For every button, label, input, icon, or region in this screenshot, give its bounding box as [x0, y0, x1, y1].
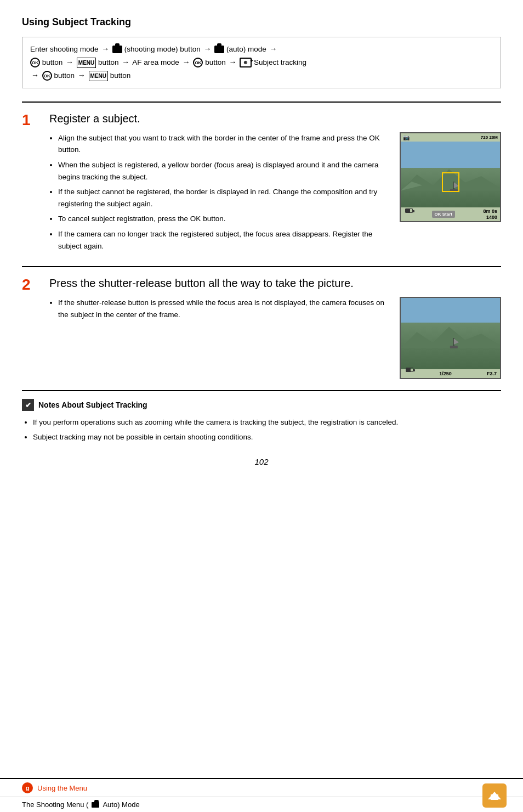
step-1-bullet-4: To cancel subject registration, press th…	[58, 213, 389, 225]
lcd2-aperture: F3.7	[487, 371, 497, 376]
boat-2	[444, 337, 459, 354]
step-1-bullet-2: When the subject is registered, a yellow…	[58, 159, 389, 183]
footer-menu-icon: g	[22, 782, 33, 793]
step-1-title: Register a subject.	[49, 111, 501, 126]
home-arrow-icon	[488, 792, 501, 799]
page-number: 102	[22, 446, 501, 472]
menu-icon-2: MENU	[89, 71, 108, 81]
tracking-icon: ⊕	[240, 58, 252, 67]
footer-camera-icon	[92, 802, 99, 808]
page-content: Using Subject Tracking Enter shooting mo…	[0, 0, 523, 516]
page-footer: g Using the Menu The Shooting Menu ( Aut…	[0, 778, 523, 812]
step-1-content: Register a subject. Align the subject th…	[49, 111, 501, 255]
arrow-5: →	[122, 56, 129, 69]
lcd1-ok-start: OK Start	[432, 211, 455, 218]
step-1-body: Align the subject that you want to track…	[49, 132, 501, 255]
camera-icon-1	[112, 46, 122, 53]
notes-header: ✔ Notes About Subject Tracking	[22, 399, 501, 411]
footer-top: g Using the Menu	[0, 779, 523, 797]
step-2-body: If the shutter-release button is pressed…	[49, 297, 501, 379]
lcd1-bottom-right: 8m 0s 1400	[483, 208, 497, 221]
arrow-2: →	[203, 43, 211, 56]
footer-link[interactable]: Using the Menu	[37, 784, 87, 792]
step-2-bullets: If the shutter-release button is pressed…	[49, 297, 389, 320]
page-title: Using Subject Tracking	[22, 16, 501, 28]
lcd-scene-1	[401, 142, 500, 207]
camera-icon-2	[214, 46, 224, 53]
step-1-bullets: Align the subject that you want to track…	[49, 132, 389, 252]
footer-bottom: The Shooting Menu ( Auto) Mode	[0, 797, 523, 812]
lcd1-bottom-bar: OK Start 8m 0s 1400	[401, 207, 500, 222]
svg-marker-8	[453, 339, 458, 345]
arrow-1: →	[101, 43, 109, 56]
navigation-box: Enter shooting mode → (shooting mode) bu…	[22, 37, 501, 88]
arrow-6: →	[183, 56, 190, 69]
step-1-bullet-3: If the subject cannot be registered, the…	[58, 186, 389, 210]
step-1-text: Align the subject that you want to track…	[49, 132, 389, 255]
lcd-scene-2	[401, 298, 500, 369]
lcd1-battery-fill	[406, 209, 410, 212]
step-2-text: If the shutter-release button is pressed…	[49, 297, 389, 324]
ok-icon-1: OK	[30, 58, 40, 67]
notes-checkmark-icon: ✔	[22, 399, 34, 411]
notes-title: Notes About Subject Tracking	[38, 401, 147, 409]
lcd-screen-1: 📷 720 20M	[401, 133, 500, 222]
notes-section: ✔ Notes About Subject Tracking If you pe…	[22, 390, 501, 444]
camera-lcd-1: 📷 720 20M	[400, 132, 501, 223]
tracking-box-1	[442, 172, 459, 192]
footer-home-button[interactable]	[482, 783, 507, 808]
camera-lcd-2: 1/250 F3.7	[400, 297, 501, 379]
step-2-section: 2 Press the shutter-release button all t…	[22, 266, 501, 379]
lcd1-shots: 1400	[483, 215, 497, 221]
lcd2-battery-fill	[406, 368, 411, 371]
footer-mode-text: Auto) Mode	[103, 800, 139, 809]
lcd2-battery	[406, 368, 413, 372]
svg-rect-6	[450, 346, 457, 348]
step-2-title: Press the shutter-release button all the…	[49, 276, 501, 290]
step-2-bullet-1: If the shutter-release button is pressed…	[58, 297, 389, 320]
step-2-number: 2	[22, 276, 49, 379]
lcd1-battery	[405, 208, 413, 213]
lcd2-shutter: 1/250	[439, 371, 452, 376]
step-2-content: Press the shutter-release button all the…	[49, 276, 501, 379]
arrow-4: →	[66, 56, 73, 69]
note-item-2: Subject tracking may not be possible in …	[33, 431, 501, 444]
lcd1-camera-icon: 📷	[403, 134, 410, 140]
lcd1-time: 8m 0s	[483, 208, 497, 215]
lcd2-bottom-bar: 1/250 F3.7	[401, 369, 500, 378]
notes-list: If you perform operations such as zoomin…	[22, 416, 501, 444]
step-1-bullet-1: Align the subject that you want to track…	[58, 132, 389, 156]
arrow-8: →	[31, 69, 39, 82]
ok-icon-2: OK	[193, 58, 203, 67]
note-item-1: If you perform operations such as zoomin…	[33, 416, 501, 429]
lcd1-top-right: 720 20M	[481, 135, 498, 140]
footer-bottom-text: The Shooting Menu (	[22, 800, 88, 809]
nav-text: Enter shooting mode → (shooting mode) bu…	[30, 45, 306, 80]
arrow-3: →	[270, 43, 277, 56]
arrow-9: →	[78, 69, 86, 82]
step-1-section: 1 Register a subject. Align the subject …	[22, 101, 501, 255]
step-1-number: 1	[22, 111, 49, 255]
lcd-screen-2: 1/250 F3.7	[401, 298, 500, 378]
menu-icon-1: MENU	[77, 58, 96, 68]
step-1-bullet-5: If the camera can no longer track the re…	[58, 228, 389, 252]
boat-svg-2	[444, 337, 459, 352]
ok-icon-3: OK	[42, 71, 52, 81]
arrow-7: →	[229, 56, 236, 69]
